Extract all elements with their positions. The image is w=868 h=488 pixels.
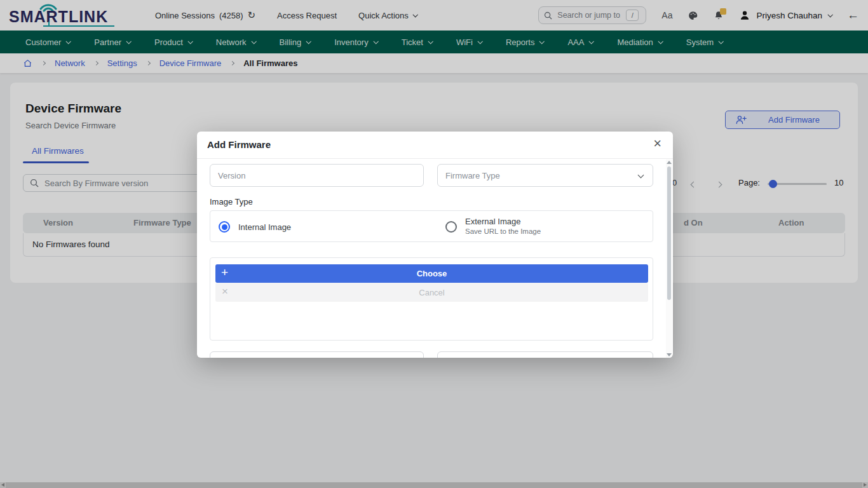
scroll-left-arrow-icon[interactable] — [1, 483, 4, 487]
cancel-label: Cancel — [215, 288, 648, 297]
version-input[interactable] — [210, 165, 402, 186]
add-firmware-modal: Add Firmware × Firmware Type Image Type … — [197, 132, 673, 358]
image-type-options: Internal Image External Image Save URL t… — [210, 210, 653, 242]
modal-scrollbar[interactable] — [666, 159, 672, 358]
internal-image-label: Internal Image — [238, 222, 291, 232]
version-field[interactable] — [210, 164, 424, 187]
firmware-type-select[interactable]: Firmware Type — [437, 164, 653, 187]
radio-internal-image[interactable]: Internal Image — [219, 221, 291, 233]
horizontal-scrollbar[interactable] — [0, 482, 868, 488]
chevron-down-icon — [638, 172, 644, 179]
model-input[interactable] — [438, 352, 631, 358]
model-version-select[interactable]: Model Version — [210, 351, 424, 358]
radio-external-image[interactable]: External Image Save URL to the Image — [445, 217, 541, 235]
choose-file-button[interactable]: + Choose — [215, 264, 648, 283]
model-field[interactable] — [437, 351, 653, 358]
choose-label: Choose — [215, 269, 648, 278]
scroll-up-arrow-icon[interactable] — [667, 161, 672, 164]
app-window: SMARTLINK Online Sessions (4258) ↻ Acces… — [0, 0, 868, 488]
cancel-upload-button[interactable]: × Cancel — [215, 283, 648, 302]
radio-unselected-icon — [445, 221, 457, 233]
modal-title: Add Firmware — [207, 139, 271, 150]
modal-header: Add Firmware × — [197, 132, 673, 159]
scrollbar-thumb[interactable] — [667, 166, 671, 300]
file-upload-widget: + Choose × Cancel — [210, 257, 653, 341]
external-image-sublabel: Save URL to the Image — [465, 227, 541, 235]
image-type-label: Image Type — [210, 197, 253, 207]
firmware-type-placeholder: Firmware Type — [445, 171, 500, 180]
radio-selected-icon — [219, 221, 230, 233]
external-image-label: External Image — [465, 217, 541, 226]
scroll-right-arrow-icon[interactable] — [864, 483, 867, 487]
scroll-down-arrow-icon[interactable] — [667, 353, 672, 356]
close-icon[interactable]: × — [653, 137, 661, 151]
horizontal-scrollbar-thumb[interactable] — [6, 482, 862, 488]
